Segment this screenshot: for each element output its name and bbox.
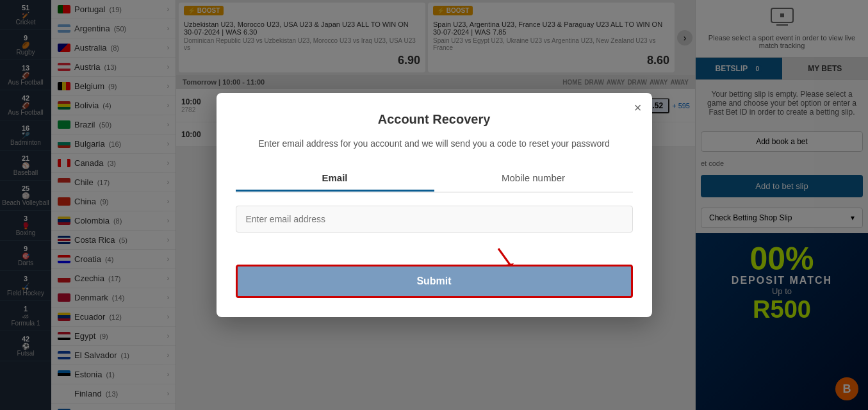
modal-description: Enter email address for you account and … (236, 137, 633, 151)
app-container: 51 🏏 Cricket 9 🏉 Rugby 13 🏈 Aus Football… (0, 0, 868, 410)
email-input[interactable] (236, 206, 633, 233)
modal-close-button[interactable]: × (634, 101, 642, 115)
modal-tabs: Email Mobile number (236, 166, 633, 193)
account-recovery-modal: × Account Recovery Enter email address f… (217, 93, 652, 317)
tab-mobile[interactable]: Mobile number (434, 166, 633, 192)
submit-button[interactable]: Submit (236, 265, 633, 298)
modal-overlay[interactable]: × Account Recovery Enter email address f… (0, 0, 868, 410)
tab-email[interactable]: Email (236, 166, 434, 192)
modal-title: Account Recovery (236, 112, 633, 127)
svg-line-4 (498, 249, 510, 265)
